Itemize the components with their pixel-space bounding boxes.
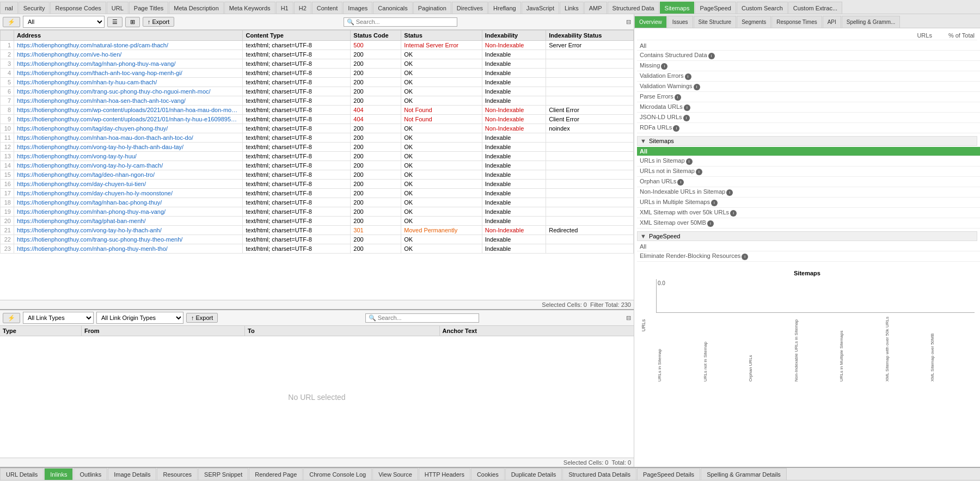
table-row[interactable]: 5https://hotienphongthuy.com/nhan-ty-huu…: [1, 78, 634, 87]
table-row[interactable]: 18https://hotienphongthuy.com/tag/nhan-b…: [1, 198, 634, 207]
top-nav-tab-meta-description[interactable]: Meta Description: [169, 2, 224, 14]
link-types-select[interactable]: All Link Types: [23, 312, 94, 324]
sitemaps-section-header[interactable]: ▼ Sitemaps: [637, 136, 977, 146]
link-filter-settings-icon[interactable]: ⊟: [626, 314, 631, 322]
info-icon[interactable]: i: [694, 84, 700, 90]
export-btn[interactable]: ↑ Export: [143, 17, 174, 27]
right-nav-tab-spelling-gramm-[interactable]: Spelling & Gramm...: [842, 16, 900, 28]
info-icon[interactable]: i: [707, 220, 714, 227]
link-search-input[interactable]: [378, 314, 476, 321]
table-row[interactable]: 22https://hotienphongthuy.com/trang-suc-…: [1, 235, 634, 244]
info-icon[interactable]: i: [696, 169, 702, 175]
info-icon[interactable]: i: [708, 53, 715, 59]
table-row[interactable]: 16https://hotienphongthuy.com/day-chuyen…: [1, 180, 634, 189]
col-header-status-code[interactable]: Status Code: [351, 30, 401, 41]
bottom-tab-url-details[interactable]: URL Details: [0, 468, 44, 480]
right-nav-tab-segments[interactable]: Segments: [737, 16, 771, 28]
col-header-content-type[interactable]: Content Type: [243, 30, 351, 41]
table-row[interactable]: 7https://hotienphongthuy.com/nhan-hoa-se…: [1, 96, 634, 106]
info-icon[interactable]: i: [686, 158, 693, 165]
info-icon[interactable]: i: [685, 73, 691, 80]
top-nav-tab-h2[interactable]: H2: [294, 2, 311, 14]
bottom-tab-resources[interactable]: Resources: [157, 468, 198, 480]
top-nav-tab-canonicals[interactable]: Canonicals: [373, 2, 412, 14]
top-nav-tab-h1[interactable]: H1: [276, 2, 293, 14]
top-nav-tab-pagespeed[interactable]: PageSpeed: [695, 2, 736, 14]
col-header-[interactable]: [1, 30, 14, 41]
table-row[interactable]: 10https://hotienphongthuy.com/tag/day-ch…: [1, 124, 634, 133]
col-header-address[interactable]: Address: [14, 30, 243, 41]
bottom-tab-structured-data-details[interactable]: Structured Data Details: [562, 468, 636, 480]
bottom-tab-image-details[interactable]: Image Details: [108, 468, 156, 480]
grid-view-btn[interactable]: ⊞: [125, 17, 140, 27]
info-icon[interactable]: i: [742, 254, 748, 260]
table-row[interactable]: 3https://hotienphongthuy.com/tag/nhan-ph…: [1, 59, 634, 69]
col-header-indexability[interactable]: Indexability: [482, 30, 546, 41]
right-nav-tab-api[interactable]: API: [823, 16, 841, 28]
top-nav-tab-page-titles[interactable]: Page Titles: [129, 2, 168, 14]
table-row[interactable]: 2https://hotienphongthuy.com/ve-ho-tien/…: [1, 50, 634, 59]
table-row[interactable]: 12https://hotienphongthuy.com/vong-tay-h…: [1, 143, 634, 152]
list-view-btn[interactable]: ☰: [107, 17, 122, 27]
top-nav-tab-security[interactable]: Security: [19, 2, 50, 14]
col-header-indexability-status[interactable]: Indexability Status: [546, 30, 634, 41]
bottom-tab-serp-snippet[interactable]: SERP Snippet: [198, 468, 248, 480]
top-nav-tab-sitemaps[interactable]: Sitemaps: [660, 2, 695, 14]
table-row[interactable]: 4https://hotienphongthuy.com/thach-anh-t…: [1, 69, 634, 78]
top-nav-tab-pagination[interactable]: Pagination: [413, 2, 451, 14]
right-nav-tab-issues[interactable]: Issues: [667, 16, 693, 28]
table-row[interactable]: 20https://hotienphongthuy.com/tag/phat-b…: [1, 217, 634, 226]
table-row[interactable]: 11https://hotienphongthuy.com/nhan-hoa-m…: [1, 133, 634, 143]
filter-toggle-btn[interactable]: ⚡: [3, 17, 20, 27]
bottom-tab-pagespeed-details[interactable]: PageSpeed Details: [637, 468, 700, 480]
table-row[interactable]: 23https://hotienphongthuy.com/nhan-phong…: [1, 244, 634, 254]
info-icon[interactable]: i: [683, 115, 690, 121]
bottom-tab-view-source[interactable]: View Source: [372, 468, 418, 480]
bottom-tab-rendered-page[interactable]: Rendered Page: [249, 468, 303, 480]
table-row[interactable]: 6https://hotienphongthuy.com/trang-suc-p…: [1, 87, 634, 96]
top-nav-tab-url[interactable]: URL: [107, 2, 128, 14]
bottom-tab-inlinks[interactable]: Inlinks: [44, 468, 73, 480]
table-row[interactable]: 13https://hotienphongthuy.com/vong-tay-t…: [1, 152, 634, 161]
info-icon[interactable]: i: [684, 104, 690, 111]
col-header-status[interactable]: Status: [401, 30, 482, 41]
pagespeed-section-header[interactable]: ▼ PageSpeed: [637, 231, 977, 241]
top-nav-tab-response-codes[interactable]: Response Codes: [50, 2, 106, 14]
info-icon[interactable]: i: [675, 94, 681, 101]
link-filter-toggle[interactable]: ⚡: [3, 313, 20, 323]
bottom-tab-outlinks[interactable]: Outlinks: [74, 468, 107, 480]
table-row[interactable]: 19https://hotienphongthuy.com/nhan-phong…: [1, 207, 634, 217]
info-icon[interactable]: i: [711, 200, 718, 206]
top-nav-tab-links[interactable]: Links: [560, 2, 584, 14]
bottom-tab-http-headers[interactable]: HTTP Headers: [419, 468, 470, 480]
table-row[interactable]: 17https://hotienphongthuy.com/day-chuyen…: [1, 189, 634, 198]
table-row[interactable]: 8https://hotienphongthuy.com/wp-content/…: [1, 106, 634, 115]
table-row[interactable]: 15https://hotienphongthuy.com/tag/deo-nh…: [1, 170, 634, 180]
top-nav-tab-nal[interactable]: nal: [0, 2, 18, 14]
bottom-tab-spelling-grammar-details[interactable]: Spelling & Grammar Details: [701, 468, 787, 480]
top-nav-tab-javascript[interactable]: JavaScript: [522, 2, 559, 14]
top-nav-tab-images[interactable]: Images: [343, 2, 372, 14]
right-nav-tab-response-times[interactable]: Response Times: [771, 16, 822, 28]
search-input[interactable]: [356, 18, 454, 25]
info-icon[interactable]: i: [673, 125, 679, 132]
right-nav-tab-overview[interactable]: Overview: [634, 16, 667, 28]
table-row[interactable]: 14https://hotienphongthuy.com/vong-tay-h…: [1, 161, 634, 170]
top-nav-tab-custom-search[interactable]: Custom Search: [737, 2, 788, 14]
link-origin-select[interactable]: All Link Origin Types: [96, 312, 183, 324]
filter-settings-icon[interactable]: ⊟: [626, 18, 631, 26]
bottom-tab-cookies[interactable]: Cookies: [471, 468, 505, 480]
top-nav-tab-content[interactable]: Content: [312, 2, 343, 14]
right-table-row[interactable]: All230100%: [637, 147, 980, 156]
link-export-btn[interactable]: ↑ Export: [186, 313, 218, 323]
info-icon[interactable]: i: [677, 179, 684, 186]
info-icon[interactable]: i: [726, 189, 733, 196]
bottom-tab-chrome-console-log[interactable]: Chrome Console Log: [303, 468, 372, 480]
top-nav-tab-directives[interactable]: Directives: [452, 2, 488, 14]
info-icon[interactable]: i: [730, 210, 737, 217]
top-nav-tab-meta-keywords[interactable]: Meta Keywords: [224, 2, 275, 14]
table-row[interactable]: 1https://hotienphongthuy.com/natural-sto…: [1, 41, 634, 50]
top-nav-tab-custom-extrac...[interactable]: Custom Extrac...: [788, 2, 842, 14]
right-nav-tab-site-structure[interactable]: Site Structure: [694, 16, 737, 28]
top-nav-tab-amp[interactable]: AMP: [584, 2, 607, 14]
